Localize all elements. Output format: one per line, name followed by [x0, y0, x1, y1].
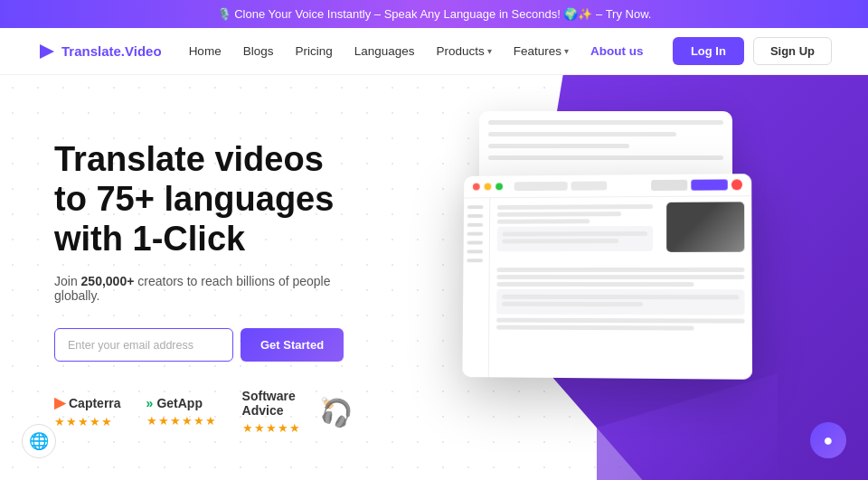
navbar: Translate.Video Home Blogs Pricing Langu…: [0, 28, 868, 75]
minimize-dot: [484, 184, 491, 191]
expand-dot: [495, 183, 503, 190]
block2-line-2: [502, 302, 643, 306]
bg-line-3: [488, 144, 629, 148]
nav-links: Home Blogs Pricing Languages Products ▾ …: [189, 44, 673, 58]
window-body: [462, 196, 752, 380]
getapp-icon: »: [146, 396, 154, 410]
getapp-label: GetApp: [156, 396, 203, 410]
bg-line-4: [488, 155, 723, 160]
window-main: [489, 196, 752, 380]
row-2: [496, 275, 744, 279]
row-5: [496, 325, 694, 331]
banner-text: 🎙️ Clone Your Voice Instantly – Speak An…: [217, 7, 652, 21]
hero-form: Get Started: [54, 328, 335, 362]
capterra-label: Capterra: [69, 396, 121, 410]
hero-title: Translate videos to 75+ languages with 1…: [54, 140, 335, 259]
nav-home[interactable]: Home: [189, 44, 222, 58]
block-line-1: [503, 231, 647, 237]
logo[interactable]: Translate.Video: [36, 42, 162, 61]
block-line-2: [503, 239, 618, 243]
email-input[interactable]: [54, 328, 233, 362]
row-4: [496, 318, 745, 324]
nav-actions: Log In Sign Up: [673, 37, 832, 65]
sidebar-item-4: [467, 232, 484, 236]
app-screenshot: [461, 111, 769, 378]
logo-icon: [36, 42, 56, 61]
action-btn-2: [691, 179, 727, 190]
capterra-stars: ★★★★★: [54, 415, 113, 428]
content-rows: [496, 268, 745, 334]
block2-line-1: [502, 295, 739, 299]
hero-section: Translate videos to 75+ languages with 1…: [0, 75, 868, 480]
sidebar-item-6: [467, 249, 483, 253]
sidebar-item-7: [467, 259, 483, 262]
window-sidebar: [462, 198, 490, 377]
content-line-2: [497, 212, 621, 217]
nav-languages[interactable]: Languages: [354, 44, 415, 58]
row-3: [496, 282, 693, 287]
close-btn: [731, 179, 742, 190]
nav-products[interactable]: Products ▾: [437, 44, 492, 58]
nav-about[interactable]: About us: [590, 44, 644, 58]
top-banner: 🎙️ Clone Your Voice Instantly – Speak An…: [0, 0, 868, 28]
window-titlebar: [464, 174, 751, 198]
trust-getapp: » GetApp ★★★★★★: [146, 396, 217, 428]
sidebar-item-2: [467, 214, 484, 218]
nav-blogs[interactable]: Blogs: [243, 44, 274, 58]
globe-button[interactable]: 🌐: [22, 424, 56, 458]
content-block-1: [497, 226, 653, 251]
action-btn-1: [651, 180, 687, 191]
window-actions: [651, 179, 742, 191]
close-dot: [473, 184, 480, 191]
nav-features[interactable]: Features ▾: [514, 44, 569, 58]
chat-icon: ●: [824, 431, 834, 450]
main-window: [462, 174, 752, 380]
logo-text: Translate.Video: [61, 43, 162, 59]
content-line-3: [497, 219, 590, 223]
globe-icon: 🌐: [29, 431, 49, 451]
get-started-button[interactable]: Get Started: [241, 328, 344, 362]
sidebar-item-3: [467, 223, 484, 227]
hero-subtitle: Join 250,000+ creators to reach billions…: [54, 274, 335, 303]
content-block-2: [496, 289, 744, 315]
trust-logos: ▶ Capterra ★★★★★ » GetApp ★★★★★★ Softwar…: [54, 389, 335, 435]
nav-pricing[interactable]: Pricing: [295, 44, 332, 58]
video-thumbnail: [666, 202, 744, 252]
tab-area: [514, 181, 646, 191]
row-1: [496, 268, 744, 272]
sa-stars: ★★★★★: [242, 421, 301, 435]
getapp-stars: ★★★★★★: [146, 414, 217, 428]
thumbnail-bg: [666, 202, 744, 252]
login-button[interactable]: Log In: [673, 37, 744, 65]
bg-line-2: [488, 132, 676, 136]
bg-line-1: [488, 120, 723, 125]
sa-label: Software Advice: [242, 389, 317, 418]
sidebar-item-5: [467, 241, 484, 245]
capterra-icon: ▶: [54, 394, 65, 411]
signup-button[interactable]: Sign Up: [753, 37, 832, 65]
tab-2: [571, 181, 608, 190]
tab-1: [514, 182, 568, 191]
svg-marker-0: [40, 44, 54, 59]
chat-button[interactable]: ●: [810, 422, 846, 458]
content-line-1: [497, 204, 653, 210]
trust-capterra: ▶ Capterra ★★★★★: [54, 394, 121, 428]
sidebar-item-1: [467, 205, 484, 209]
